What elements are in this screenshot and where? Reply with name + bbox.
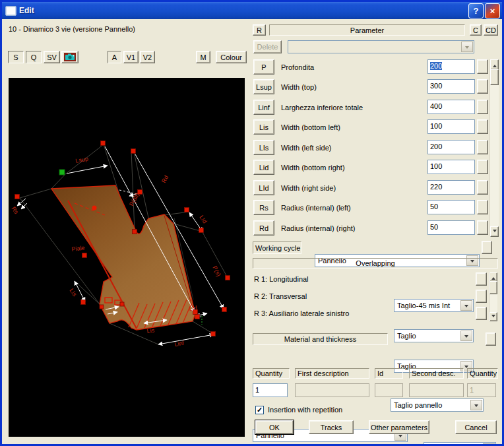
overlap-r1-label: R 1: Longitudinal bbox=[254, 272, 393, 286]
m-button[interactable]: M bbox=[196, 51, 210, 63]
param-value-input[interactable]: 200 bbox=[427, 59, 475, 74]
param-extra-button[interactable] bbox=[477, 79, 488, 94]
col-header-quantity: Quantity bbox=[253, 368, 290, 379]
param-code-button[interactable]: Lsup bbox=[253, 79, 274, 94]
tracks-button[interactable]: Tracks bbox=[309, 420, 354, 434]
close-button[interactable]: × bbox=[485, 3, 500, 18]
param-code-button[interactable]: LIs bbox=[253, 140, 274, 155]
col-header-first-description: First description bbox=[295, 368, 369, 379]
item-description-label: 10 - Dinamico 3 vie (versione Pannello) bbox=[9, 24, 135, 34]
scroll-up-icon[interactable] bbox=[490, 59, 499, 70]
overlapping-scrollbar[interactable] bbox=[489, 272, 497, 320]
overlap-r2-extra-button[interactable] bbox=[476, 290, 487, 303]
param-code-button[interactable]: P bbox=[253, 59, 274, 75]
dim-label-p-s: P(s) bbox=[211, 265, 222, 277]
colour-button[interactable]: Colour bbox=[216, 51, 247, 63]
cd-button[interactable]: CD bbox=[484, 24, 498, 36]
delete-button: Delete bbox=[253, 40, 282, 53]
param-code-button[interactable]: Linf bbox=[253, 100, 274, 115]
chevron-down-icon bbox=[461, 42, 473, 52]
3d-preview-viewport[interactable]: Lsup Rd P(alt) LId P(s) Piale LIs Lis Li… bbox=[9, 78, 245, 437]
overlap-r2-select[interactable]: Taglio bbox=[394, 329, 474, 342]
param-value-input[interactable]: 100 bbox=[427, 119, 475, 134]
chevron-down-icon[interactable] bbox=[483, 443, 495, 446]
scrollbar-thumb[interactable] bbox=[489, 281, 497, 294]
insertion-checkbox[interactable]: ✓ bbox=[255, 406, 264, 414]
dim-label-lid: Lid bbox=[189, 304, 197, 312]
overlap-r2-label: R 2: Transversal bbox=[254, 290, 393, 303]
col-header-quantity-2: Quantity bbox=[467, 368, 498, 379]
parameter-scrollbar[interactable] bbox=[489, 59, 499, 236]
param-extra-button[interactable] bbox=[477, 119, 488, 134]
cancel-button[interactable]: Cancel bbox=[455, 420, 497, 434]
param-value-input[interactable]: 220 bbox=[427, 180, 475, 195]
help-button[interactable]: ? bbox=[468, 3, 484, 18]
scroll-down-icon[interactable] bbox=[490, 226, 499, 237]
view-a-button[interactable]: A bbox=[108, 51, 121, 63]
overlap-r1-select[interactable]: Taglio-45 mis Int bbox=[394, 299, 474, 312]
view-s-button[interactable]: S bbox=[8, 51, 24, 63]
first-description-field bbox=[295, 383, 369, 397]
ok-button[interactable]: OK bbox=[255, 420, 294, 434]
param-extra-button[interactable] bbox=[477, 180, 488, 195]
snapshot-button[interactable] bbox=[61, 51, 79, 63]
dim-label-rs: Rs bbox=[10, 205, 20, 215]
param-value-input[interactable]: 200 bbox=[427, 140, 475, 154]
param-extra-button[interactable] bbox=[477, 140, 488, 154]
scrollbar-thumb[interactable] bbox=[490, 69, 499, 85]
origin-marker bbox=[59, 170, 65, 175]
param-code-button[interactable]: Lid bbox=[253, 160, 274, 175]
checkmark-icon: ✓ bbox=[257, 406, 263, 414]
view-q-button[interactable]: Q bbox=[26, 51, 42, 63]
other-parameters-button[interactable]: Other parameters bbox=[369, 420, 429, 434]
thickness-select[interactable]: 20 bbox=[424, 442, 496, 446]
param-value-input[interactable]: 100 bbox=[427, 160, 475, 174]
param-extra-button[interactable] bbox=[477, 100, 488, 114]
overlap-r1-extra-button[interactable] bbox=[476, 272, 487, 286]
view-sv-button[interactable]: SV bbox=[44, 51, 60, 63]
param-extra-button[interactable] bbox=[477, 220, 488, 235]
overlap-r3-label: R 3: Ausiliario laterale sinistro bbox=[254, 307, 393, 320]
c-button[interactable]: C bbox=[470, 24, 482, 36]
view-v2-button[interactable]: V2 bbox=[140, 51, 155, 63]
working-cycle-extra-button[interactable] bbox=[482, 241, 492, 254]
param-value-input[interactable]: 50 bbox=[427, 200, 475, 214]
titlebar[interactable]: Edit ? × bbox=[2, 2, 502, 19]
param-label: Width (bottom left) bbox=[281, 119, 423, 135]
chevron-down-icon[interactable] bbox=[460, 300, 472, 311]
parameter-header: Parameter bbox=[269, 24, 465, 36]
material-cycle-select[interactable]: Taglio pannello bbox=[391, 398, 484, 412]
chevron-down-icon[interactable] bbox=[470, 400, 482, 410]
param-extra-button[interactable] bbox=[477, 59, 488, 74]
param-label: Width (top) bbox=[281, 79, 423, 94]
param-code-button[interactable]: LId bbox=[253, 180, 274, 195]
param-label: Larghezza inferiore totale bbox=[281, 100, 423, 115]
param-extra-button[interactable] bbox=[477, 200, 488, 214]
param-label: Radius (internal) (right) bbox=[281, 220, 423, 236]
chevron-down-icon[interactable] bbox=[460, 331, 472, 341]
id-field bbox=[375, 383, 403, 397]
param-code-button[interactable]: Rs bbox=[253, 200, 274, 215]
param-code-button[interactable]: Lis bbox=[253, 119, 274, 135]
overlap-r3-extra-button[interactable] bbox=[476, 307, 487, 320]
dim-label-lsup: Lsup bbox=[75, 155, 88, 164]
camera-icon bbox=[64, 53, 76, 61]
param-value-input[interactable]: 300 bbox=[427, 79, 475, 94]
param-value-input[interactable]: 50 bbox=[427, 220, 475, 235]
dim-label-rd: Rd bbox=[160, 174, 170, 184]
param-extra-button[interactable] bbox=[477, 160, 488, 174]
param-code-button[interactable]: Rd bbox=[253, 220, 274, 236]
col-header-id: Id bbox=[375, 368, 403, 379]
view-v1-button[interactable]: V1 bbox=[123, 51, 139, 63]
dim-label-piale: Piale bbox=[71, 244, 85, 253]
parameter-combo bbox=[288, 40, 474, 53]
quantity-input[interactable]: 1 bbox=[253, 383, 288, 397]
part-solid bbox=[51, 185, 195, 330]
material-extra-button[interactable] bbox=[486, 333, 496, 346]
scroll-down-icon[interactable] bbox=[489, 312, 497, 321]
r-button[interactable]: R bbox=[253, 24, 266, 36]
scroll-up-icon[interactable] bbox=[489, 272, 497, 282]
param-value-input[interactable]: 400 bbox=[427, 100, 475, 114]
col-header-second-desc: Second desc. bbox=[409, 368, 464, 379]
dim-label-linf: Linf bbox=[174, 340, 185, 348]
